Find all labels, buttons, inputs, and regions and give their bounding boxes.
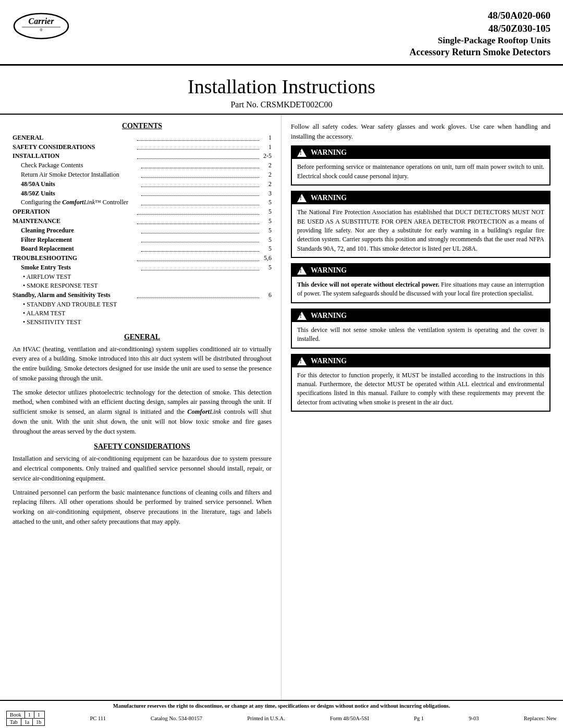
footer: Manufacturer reserves the right to disco… [0, 700, 563, 728]
general-para2: The smoke detector utilizes photoelectri… [13, 388, 272, 437]
warning-label-1: WARNING [311, 149, 347, 157]
footer-replaces: Replaces: New [524, 715, 557, 721]
warning-label-3: WARNING [311, 266, 347, 275]
toc-page: 3 [261, 189, 272, 198]
toc-label: Board Replacement [21, 244, 139, 253]
general-heading: GENERAL [13, 333, 272, 341]
warning-box-1: WARNING Before performing service or mai… [291, 145, 550, 186]
toc-label: 48/50A Units [21, 180, 139, 189]
footer-date: 9-03 [469, 715, 479, 721]
toc-dots [141, 161, 260, 168]
toc-label: SAFETY CONSIDERATIONS [13, 143, 135, 152]
warning-triangle-icon-3 [297, 266, 307, 275]
right-column: Follow all safety codes. Wear safety gla… [282, 115, 563, 700]
warning-body-3: This device will not operate without ele… [292, 277, 549, 302]
safety-para1: Installation and servicing of air-condit… [13, 454, 272, 483]
footer-disclaimer: Manufacturer reserves the right to disco… [6, 703, 557, 709]
toc-label: 48/50Z Units [21, 189, 139, 198]
page: Carrier ® 48/50A020-060 48/50Z030-105 Si… [0, 0, 563, 728]
accessory-title: Accessory Return Smoke Detectors [410, 46, 550, 58]
toc-dots [141, 226, 260, 233]
toc-page: 2 [261, 170, 272, 179]
toc-label-standby: Standby, Alarm and Sensitivity Tests [13, 291, 135, 300]
toc-dots [137, 254, 260, 261]
footer-pg: Pg 1 [414, 715, 424, 721]
warning-triangle-icon-4 [297, 312, 307, 320]
footer-form: Form 48/50A-5SI [330, 715, 369, 721]
safety-heading: SAFETY CONSIDERATIONS [13, 442, 272, 451]
toc-page-standby: 6 [261, 291, 272, 300]
toc-row: MAINTENANCE 5 [13, 217, 272, 226]
footer-catalog: Catalog No. 534-80157 [151, 715, 202, 721]
toc-row: 48/50A Units 2 [13, 180, 272, 189]
header-title: 48/50A020-060 48/50Z030-105 Single-Packa… [410, 9, 550, 59]
warning-header-4: WARNING [292, 310, 549, 322]
warning-body-5: For this detector to function properly, … [292, 367, 549, 411]
general-para1: An HVAC (heating, ventilation and air-co… [13, 344, 272, 384]
toc-row-standby: Standby, Alarm and Sensitivity Tests 6 [13, 291, 272, 300]
bullet-standby: STANDBY AND TROUBLE TEST [13, 300, 272, 309]
toc-row: OPERATION 5 [13, 207, 272, 216]
unit-type: Single-Package Rooftop Units [410, 35, 550, 46]
toc-row: TROUBLESHOOTING 5,6 [13, 254, 272, 263]
toc-row: INSTALLATION 2-5 [13, 152, 272, 161]
toc-dots [137, 143, 260, 150]
bullet-alarm: ALARM TEST [13, 309, 272, 318]
model-numbers: 48/50A020-060 48/50Z030-105 [410, 9, 550, 35]
toc-label: Filter Replacement [21, 236, 139, 244]
toc-table: GENERAL 1 SAFETY CONSIDERATIONS 1 INSTAL… [13, 133, 272, 272]
warning-triangle-icon-2 [297, 194, 307, 202]
toc-dots [137, 217, 260, 224]
toc-page: 2-5 [261, 152, 272, 161]
warning-triangle-icon [297, 149, 307, 157]
toc-label: GENERAL [13, 133, 135, 142]
toc-dots [141, 180, 260, 187]
warning-header-1: WARNING [292, 146, 549, 159]
footer-tabs-top: Book 1 1 [6, 711, 45, 719]
bullet-smoke-response: SMOKE RESPONSE TEST [13, 281, 272, 290]
toc-label: OPERATION [13, 207, 135, 216]
footer-pc: PC 111 [90, 715, 105, 721]
toc-page: 5 [261, 207, 272, 216]
main-title: Installation Instructions [10, 75, 553, 98]
toc-page: 2 [261, 180, 272, 189]
part-number: Part No. CRSMKDET002C00 [10, 100, 553, 109]
toc-page: 5 [261, 244, 272, 253]
footer-tab-1b: 1b [33, 719, 44, 725]
toc-row: GENERAL 1 [13, 133, 272, 142]
toc-page: 5 [261, 263, 272, 272]
warning-label-5: WARNING [311, 357, 347, 365]
warning-body-2: The National Fire Protection Association… [292, 204, 549, 257]
footer-book-label: Book [7, 711, 25, 718]
toc-dots [141, 236, 260, 243]
warning-body-4: This device will not sense smoke unless … [292, 322, 549, 348]
warning-body-1: Before performing service or maintenance… [292, 159, 549, 184]
toc-label: TROUBLESHOOTING [13, 254, 135, 263]
two-col-body: CONTENTS GENERAL 1 SAFETY CONSIDERATIONS… [0, 115, 563, 700]
footer-bottom: Book 1 1 Tab 1a 1b PC 111 Catalog No. 53… [6, 711, 557, 726]
toc-row: Return Air Smoke Detector Installation 2 [13, 170, 272, 179]
toc-dots [141, 198, 260, 205]
toc-dots [141, 244, 260, 252]
toc-row: Board Replacement 5 [13, 244, 272, 253]
svg-text:®: ® [40, 28, 43, 32]
toc-row: SAFETY CONSIDERATIONS 1 [13, 143, 272, 152]
footer-book-sub: 1 [34, 711, 43, 718]
toc-page: 2 [261, 161, 272, 170]
footer-tab-1a: 1a [21, 719, 33, 725]
toc-label: Cleaning Procedure [21, 226, 139, 235]
bullet-airflow: AIRFLOW TEST [13, 273, 272, 281]
warning-label-4: WARNING [311, 312, 347, 320]
contents-heading: CONTENTS [13, 122, 272, 130]
toc-dots [137, 207, 260, 215]
header: Carrier ® 48/50A020-060 48/50Z030-105 Si… [0, 0, 563, 66]
toc-label: MAINTENANCE [13, 217, 135, 226]
toc-page: 1 [261, 143, 272, 152]
warning-box-2: WARNING The National Fire Protection Ass… [291, 191, 550, 258]
toc-row: Filter Replacement 5 [13, 236, 272, 244]
toc-page: 1 [261, 133, 272, 142]
warning-triangle-icon-5 [297, 357, 307, 365]
carrier-logo: Carrier ® [13, 11, 75, 42]
bullet-sensitivity: SENSITIVITY TEST [13, 318, 272, 327]
warning-header-2: WARNING [292, 192, 549, 204]
